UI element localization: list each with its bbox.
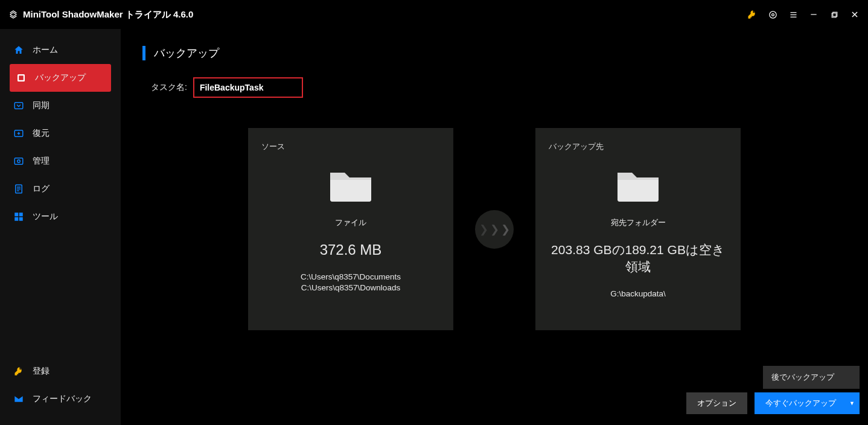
sidebar-item-tools[interactable]: ツール bbox=[0, 203, 121, 231]
key-icon bbox=[13, 366, 24, 377]
taskname-input[interactable] bbox=[193, 77, 303, 98]
source-path-2: C:\Users\q8357\Downloads bbox=[301, 283, 401, 293]
dest-capacity: 203.83 GBの189.21 GBは空き領域 bbox=[549, 241, 727, 275]
backup-now-label: 今すぐバックアップ bbox=[765, 398, 836, 409]
app-logo-icon bbox=[8, 10, 18, 19]
app-title: MiniTool ShadowMaker トライアル 4.6.0 bbox=[23, 9, 193, 21]
destination-card[interactable]: バックアップ先 宛先フォルダー 203.83 GBの189.21 GBは空き領域… bbox=[535, 128, 741, 330]
svg-rect-21 bbox=[19, 212, 23, 216]
taskname-label: タスク名: bbox=[151, 82, 187, 93]
dest-heading: バックアップ先 bbox=[549, 141, 604, 152]
source-path-1: C:\Users\q8357\Documents bbox=[301, 272, 401, 283]
source-card[interactable]: ソース ファイル 372.6 MB C:\Users\q8357\Documen… bbox=[248, 128, 453, 330]
svg-rect-22 bbox=[14, 217, 18, 221]
svg-rect-11 bbox=[19, 75, 24, 80]
sidebar-item-label: ホーム bbox=[33, 45, 58, 56]
sidebar-item-log[interactable]: ログ bbox=[0, 175, 121, 203]
svg-point-0 bbox=[769, 11, 776, 18]
sidebar-item-label: 管理 bbox=[33, 156, 49, 167]
log-icon bbox=[13, 184, 24, 194]
sidebar-item-register[interactable]: 登録 bbox=[0, 357, 121, 385]
sidebar-item-sync[interactable]: 同期 bbox=[0, 92, 121, 120]
accent-bar bbox=[142, 46, 145, 60]
sidebar-item-label: ツール bbox=[33, 211, 58, 222]
sync-icon bbox=[13, 100, 24, 111]
source-sub: ファイル bbox=[335, 217, 366, 228]
sidebar-item-label: ログ bbox=[33, 184, 49, 194]
dest-path: G:\backupdata\ bbox=[610, 289, 666, 299]
mail-icon bbox=[13, 394, 24, 404]
maximize-button[interactable] bbox=[829, 10, 839, 19]
backup-later-option[interactable]: 後でバックアップ bbox=[763, 366, 860, 389]
folder-icon bbox=[327, 164, 375, 205]
folder-icon bbox=[614, 164, 662, 205]
svg-rect-7 bbox=[832, 13, 836, 17]
source-heading: ソース bbox=[261, 141, 285, 152]
sidebar-item-label: フィードバック bbox=[33, 394, 92, 404]
sidebar-item-label: 同期 bbox=[33, 100, 49, 111]
dest-sub: 宛先フォルダー bbox=[611, 217, 666, 228]
svg-rect-6 bbox=[832, 12, 837, 16]
home-icon bbox=[13, 45, 24, 56]
svg-rect-20 bbox=[14, 212, 18, 216]
sidebar-item-manage[interactable]: 管理 bbox=[0, 147, 121, 175]
page-title: バックアップ bbox=[154, 46, 219, 60]
sidebar-item-restore[interactable]: 復元 bbox=[0, 120, 121, 147]
svg-rect-23 bbox=[19, 217, 23, 221]
transfer-arrow-icon: ❯❯❯ bbox=[475, 210, 514, 249]
tools-icon bbox=[13, 211, 24, 222]
menu-icon[interactable] bbox=[788, 10, 798, 19]
sidebar-item-backup[interactable]: バックアップ bbox=[10, 64, 111, 92]
restore-icon bbox=[13, 128, 24, 139]
options-button[interactable]: オプション bbox=[686, 392, 747, 414]
sidebar-item-home[interactable]: ホーム bbox=[0, 36, 121, 64]
sidebar-item-label: 登録 bbox=[33, 366, 49, 377]
sidebar-item-label: 復元 bbox=[33, 128, 49, 139]
svg-rect-14 bbox=[14, 158, 23, 165]
key-icon[interactable] bbox=[747, 10, 757, 19]
svg-rect-12 bbox=[14, 103, 23, 109]
source-paths: C:\Users\q8357\Documents C:\Users\q8357\… bbox=[301, 272, 401, 293]
svg-point-1 bbox=[771, 13, 774, 16]
manage-icon bbox=[13, 156, 24, 167]
sidebar-item-label: バックアップ bbox=[35, 72, 86, 83]
backup-icon bbox=[16, 72, 27, 83]
media-icon[interactable] bbox=[768, 10, 777, 19]
chevron-down-icon: ▼ bbox=[849, 400, 855, 406]
svg-point-15 bbox=[18, 160, 21, 163]
source-size: 372.6 MB bbox=[320, 241, 382, 258]
sidebar-item-feedback[interactable]: フィードバック bbox=[0, 385, 121, 413]
options-button-label: オプション bbox=[697, 398, 736, 409]
minimize-button[interactable] bbox=[809, 10, 819, 19]
backup-now-button[interactable]: 今すぐバックアップ ▼ bbox=[755, 392, 860, 414]
close-button[interactable] bbox=[850, 10, 860, 19]
